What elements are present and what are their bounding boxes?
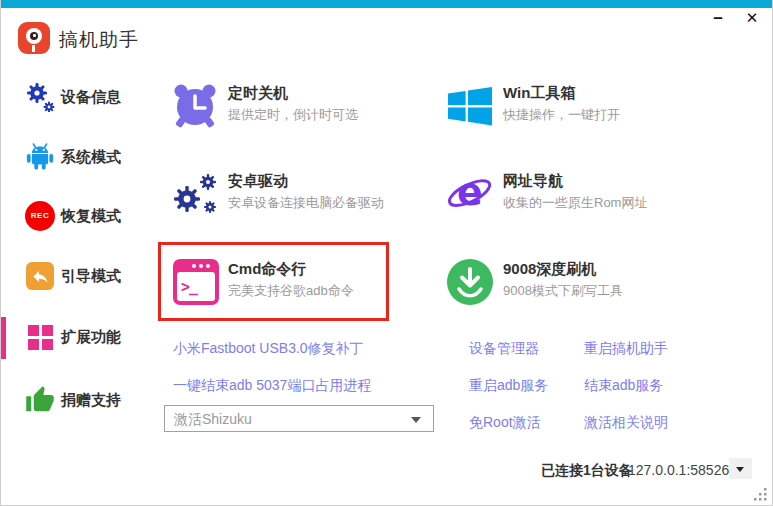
thumbs-up-icon bbox=[25, 385, 55, 415]
card-subtitle: 安卓设备连接电脑必备驱动 bbox=[228, 194, 384, 212]
app-title: 搞机助手 bbox=[59, 27, 139, 53]
app-logo-icon bbox=[18, 22, 50, 54]
windows-icon bbox=[446, 82, 494, 130]
logo-pupil bbox=[30, 32, 38, 40]
card-subtitle: 完美支持谷歌adb命令 bbox=[228, 282, 354, 300]
link-kill-adb[interactable]: 结束adb服务 bbox=[584, 377, 663, 395]
chevron-down-icon bbox=[411, 417, 421, 423]
sidebar-item-extensions[interactable]: 扩展功能 bbox=[1, 315, 161, 359]
card-subtitle: 快捷操作，一键打开 bbox=[503, 106, 620, 124]
ie-browser-icon: e bbox=[446, 170, 494, 218]
card-title: Win工具箱 bbox=[503, 84, 575, 103]
terminal-dots bbox=[206, 264, 210, 268]
card-9008-flash[interactable]: 9008深度刷机 9008模式下刷写工具 bbox=[439, 256, 671, 314]
logo-dot bbox=[33, 34, 36, 37]
back-arrow-icon bbox=[26, 262, 54, 290]
card-url-navigation[interactable]: e 网址导航 收集的一些原生Rom网址 bbox=[439, 168, 671, 226]
card-subtitle: 提供定时，倒计时可选 bbox=[228, 106, 358, 124]
resize-grip-icon[interactable] bbox=[753, 487, 769, 503]
card-title: Cmd命令行 bbox=[228, 260, 306, 279]
card-title: 网址导航 bbox=[503, 172, 563, 191]
link-restart-app[interactable]: 重启搞机助手 bbox=[584, 340, 668, 358]
rec-badge-icon: REC bbox=[25, 201, 55, 231]
address-dropdown-button[interactable] bbox=[729, 458, 752, 479]
gears-trio-icon bbox=[171, 170, 219, 218]
card-title: 定时关机 bbox=[228, 84, 288, 103]
svg-text:e: e bbox=[457, 170, 483, 214]
card-cmd-terminal[interactable]: >_ Cmd命令行 完美支持谷歌adb命令 bbox=[164, 256, 396, 314]
android-icon bbox=[25, 142, 55, 172]
card-subtitle: 收集的一些原生Rom网址 bbox=[503, 194, 647, 212]
link-activation-help[interactable]: 激活相关说明 bbox=[584, 414, 668, 432]
titlebar-accent bbox=[1, 0, 773, 8]
terminal-icon: >_ bbox=[173, 259, 219, 305]
app-window: 搞机助手 – ✕ 设备 bbox=[0, 0, 773, 506]
card-title: 安卓驱动 bbox=[228, 172, 288, 191]
download-circle-icon bbox=[446, 258, 494, 306]
close-button[interactable]: ✕ bbox=[740, 7, 764, 29]
link-kill-adb-port[interactable]: 一键结束adb 5037端口占用进程 bbox=[173, 377, 371, 395]
card-subtitle: 9008模式下刷写工具 bbox=[503, 282, 623, 300]
sidebar-item-label: 恢复模式 bbox=[61, 194, 121, 238]
card-android-driver[interactable]: 安卓驱动 安卓设备连接电脑必备驱动 bbox=[164, 168, 396, 226]
gears-icon bbox=[25, 82, 55, 112]
sidebar-item-label: 扩展功能 bbox=[61, 315, 121, 359]
sidebar-item-label: 设备信息 bbox=[61, 75, 121, 119]
link-device-manager[interactable]: 设备管理器 bbox=[469, 340, 539, 358]
grid-icon bbox=[28, 325, 53, 350]
connection-status: 已连接1台设备 bbox=[541, 462, 633, 480]
chevron-down-icon bbox=[736, 467, 744, 472]
minimize-button[interactable]: – bbox=[706, 7, 730, 29]
alarm-clock-icon bbox=[171, 82, 219, 130]
sidebar-item-system-mode[interactable]: 系统模式 bbox=[1, 135, 161, 179]
card-scheduled-shutdown[interactable]: 定时关机 提供定时，倒计时可选 bbox=[164, 80, 396, 138]
terminal-prompt: >_ bbox=[181, 278, 197, 296]
link-fastboot-patch[interactable]: 小米Fastboot USB3.0修复补丁 bbox=[173, 340, 364, 358]
sidebar-item-label: 系统模式 bbox=[61, 135, 121, 179]
sidebar-item-label: 捐赠支持 bbox=[61, 378, 121, 422]
logo-ring bbox=[26, 28, 42, 44]
shizuku-dropdown-value: 激活Shizuku bbox=[174, 406, 252, 432]
card-win-toolbox[interactable]: Win工具箱 快捷操作，一键打开 bbox=[439, 80, 671, 138]
sidebar-item-label: 引导模式 bbox=[61, 254, 121, 298]
sidebar-item-device-info[interactable]: 设备信息 bbox=[1, 75, 161, 119]
link-restart-adb[interactable]: 重启adb服务 bbox=[469, 377, 548, 395]
sidebar-item-boot-mode[interactable]: 引导模式 bbox=[1, 254, 161, 298]
sidebar-item-donate[interactable]: 捐赠支持 bbox=[1, 378, 161, 422]
device-address[interactable]: 127.0.0.1:58526 bbox=[628, 462, 729, 478]
shizuku-dropdown[interactable]: 激活Shizuku bbox=[164, 405, 434, 432]
logo-slit bbox=[32, 45, 35, 52]
card-title: 9008深度刷机 bbox=[503, 260, 596, 279]
link-rootless-activate[interactable]: 免Root激活 bbox=[469, 414, 541, 432]
terminal-screen: >_ bbox=[177, 272, 215, 301]
sidebar-item-recovery-mode[interactable]: REC 恢复模式 bbox=[1, 194, 161, 238]
